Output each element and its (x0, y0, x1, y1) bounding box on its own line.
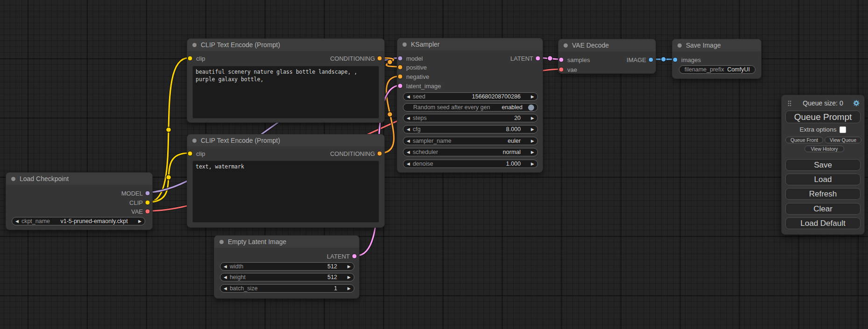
node-title-bar[interactable]: Empty Latent Image (214, 236, 359, 248)
clear-button[interactable]: Clear (785, 203, 861, 215)
decrement-arrow-icon[interactable]: ◀ (407, 95, 410, 99)
widget-cfg[interactable]: ◀ cfg 8.000 ▶ (403, 125, 538, 133)
collapse-dot-icon[interactable] (11, 177, 15, 181)
input-slot-samples[interactable] (559, 57, 564, 63)
widget-denoise[interactable]: ◀ denoise 1.000 ▶ (403, 160, 538, 168)
queue-prompt-button[interactable]: Queue Prompt (785, 111, 861, 123)
input-slot-negative[interactable] (398, 74, 403, 79)
widget-steps[interactable]: ◀ steps 20 ▶ (403, 114, 538, 122)
comfyui-canvas[interactable]: { "colors": { "model": "#B39DDB", "clip"… (0, 0, 868, 329)
node-title-bar[interactable]: Load Checkpoint (6, 173, 152, 185)
input-slot-vae[interactable] (559, 67, 564, 72)
increment-arrow-icon[interactable]: ▶ (531, 150, 534, 154)
node-title-bar[interactable]: VAE Decode (558, 39, 656, 51)
decrement-arrow-icon[interactable]: ◀ (407, 116, 410, 120)
queue-front-button[interactable]: Queue Front (785, 137, 823, 143)
widget-label: width (230, 263, 243, 270)
link-dot (388, 60, 393, 65)
decrement-arrow-icon[interactable]: ◀ (224, 275, 227, 280)
node-clip-text-encode-positive[interactable]: CLIP Text Encode (Prompt) clip CONDITION… (187, 38, 385, 123)
negative-prompt-textarea[interactable]: text, watermark (192, 161, 379, 223)
collapse-dot-icon[interactable] (192, 139, 197, 143)
refresh-button[interactable]: Refresh (785, 188, 861, 200)
view-history-button[interactable]: View History (804, 146, 844, 152)
decrement-arrow-icon[interactable]: ◀ (407, 127, 410, 132)
node-empty-latent-image[interactable]: Empty Latent Image LATENT ◀ width 512 ▶ … (214, 235, 360, 299)
input-slot-images[interactable] (673, 57, 678, 63)
widget-height[interactable]: ◀ height 512 ▶ (220, 273, 354, 281)
output-slot-latent[interactable] (352, 254, 357, 259)
output-slot-conditioning[interactable] (377, 151, 382, 156)
widget-scheduler[interactable]: ◀ scheduler normal ▶ (403, 148, 538, 156)
widget-value: ComfyUI (727, 66, 750, 73)
increment-arrow-icon[interactable]: ▶ (531, 95, 534, 99)
output-slot-vae[interactable] (145, 209, 150, 214)
output-slot-model[interactable] (145, 191, 150, 196)
widget-sampler-name[interactable]: ◀ sampler_name euler ▶ (403, 137, 538, 145)
widget-label: batch_size (230, 285, 258, 292)
widget-value: normal (503, 149, 521, 155)
node-title-bar[interactable]: CLIP Text Encode (Prompt) (187, 39, 384, 51)
increment-arrow-icon[interactable]: ▶ (531, 127, 534, 132)
decrement-arrow-icon[interactable]: ◀ (15, 219, 19, 224)
extra-options-checkbox[interactable] (840, 126, 846, 133)
output-slot-conditioning[interactable] (377, 56, 382, 61)
widget-filename-prefix[interactable]: filename_prefix ComfyUI (679, 65, 755, 74)
output-label-model: MODEL (121, 190, 143, 197)
increment-arrow-icon[interactable]: ▶ (347, 265, 351, 269)
increment-arrow-icon[interactable]: ▶ (347, 275, 351, 280)
node-clip-text-encode-negative[interactable]: CLIP Text Encode (Prompt) clip CONDITION… (187, 134, 385, 228)
queue-size-label: Queue size: 0 (782, 99, 864, 107)
output-label-conditioning: CONDITIONING (330, 55, 375, 62)
save-button[interactable]: Save (785, 159, 861, 171)
node-vae-decode[interactable]: VAE Decode samples vae IMAGE (558, 39, 656, 74)
increment-arrow-icon[interactable]: ▶ (531, 162, 534, 166)
widget-ckpt-name[interactable]: ◀ ckpt_name v1-5-pruned-emaonly.ckpt ▶ (12, 217, 145, 225)
decrement-arrow-icon[interactable]: ◀ (407, 139, 410, 143)
widget-random-seed[interactable]: Random seed after every gen enabled (403, 103, 538, 112)
queue-panel[interactable]: Queue size: 0 Queue Prompt Extra options… (781, 95, 865, 235)
view-queue-button[interactable]: View Queue (825, 137, 861, 143)
toggle-knob-icon[interactable] (528, 105, 534, 111)
collapse-dot-icon[interactable] (219, 240, 224, 244)
widget-batch-size[interactable]: ◀ batch_size 1 ▶ (220, 284, 354, 293)
output-slot-clip[interactable] (145, 200, 150, 205)
decrement-arrow-icon[interactable]: ◀ (224, 287, 227, 291)
input-slot-positive[interactable] (398, 65, 403, 70)
collapse-dot-icon[interactable] (677, 43, 682, 48)
link-dot (661, 57, 666, 62)
node-title-bar[interactable]: CLIP Text Encode (Prompt) (187, 134, 384, 147)
increment-arrow-icon[interactable]: ▶ (347, 287, 351, 291)
collapse-dot-icon[interactable] (402, 42, 407, 47)
output-slot-image[interactable] (649, 57, 654, 63)
input-slot-clip[interactable] (188, 151, 193, 156)
output-slot-latent[interactable] (536, 56, 541, 61)
node-load-checkpoint[interactable]: Load Checkpoint MODEL CLIP VAE ◀ ckpt_na… (6, 172, 153, 230)
collapse-dot-icon[interactable] (192, 43, 197, 47)
widget-seed[interactable]: ◀ seed 156680208700286 ▶ (403, 92, 538, 101)
node-title-bar[interactable]: KSampler (397, 38, 543, 50)
widget-label: height (230, 274, 246, 280)
widget-width[interactable]: ◀ width 512 ▶ (220, 262, 354, 271)
node-ksampler[interactable]: KSampler model positive negative latent_… (397, 38, 543, 173)
collapse-dot-icon[interactable] (564, 43, 568, 48)
input-label-clip: clip (196, 55, 205, 62)
widget-value: v1-5-pruned-emaonly.ckpt (60, 218, 127, 224)
settings-gear-icon[interactable] (853, 99, 860, 107)
node-title: KSampler (411, 41, 439, 48)
load-default-button[interactable]: Load Default (785, 217, 861, 229)
increment-arrow-icon[interactable]: ▶ (531, 116, 534, 120)
node-save-image[interactable]: Save Image images filename_prefix ComfyU… (672, 39, 762, 79)
load-button[interactable]: Load (785, 174, 861, 185)
node-title: VAE Decode (572, 42, 609, 49)
increment-arrow-icon[interactable]: ▶ (531, 139, 534, 143)
node-title-bar[interactable]: Save Image (672, 39, 761, 51)
decrement-arrow-icon[interactable]: ◀ (407, 150, 410, 154)
input-slot-latent-image[interactable] (398, 84, 403, 89)
decrement-arrow-icon[interactable]: ◀ (407, 162, 410, 166)
input-slot-clip[interactable] (188, 56, 193, 61)
increment-arrow-icon[interactable]: ▶ (138, 219, 141, 224)
decrement-arrow-icon[interactable]: ◀ (224, 265, 227, 269)
positive-prompt-textarea[interactable]: beautiful scenery nature glass bottle la… (192, 66, 379, 119)
input-slot-model[interactable] (398, 56, 403, 61)
